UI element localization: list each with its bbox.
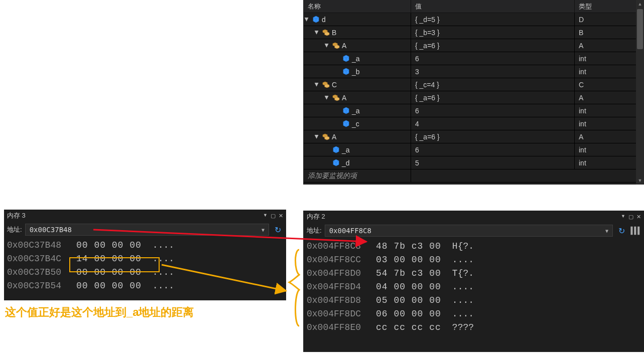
expander-icon[interactable]: ▶ xyxy=(314,29,321,36)
watch-row-name-cell[interactable]: ▶_b xyxy=(304,65,411,78)
watch-row[interactable]: ▶_a6int xyxy=(304,52,644,65)
watch-row-value[interactable]: { _a=6 } xyxy=(411,39,575,52)
memory3-address-input[interactable]: 0x00C37B48 ▼ xyxy=(25,224,269,236)
watch-row-name-cell[interactable]: ▶C xyxy=(304,78,411,91)
watch-row-value[interactable]: { _b=3 } xyxy=(411,26,575,39)
memory2-close-icon[interactable]: ✕ xyxy=(636,214,641,220)
watch-row-value[interactable]: 6 xyxy=(411,52,575,65)
watch-row[interactable]: ▶d{ _d=5 }D xyxy=(304,13,644,26)
watch-header-value[interactable]: 值 xyxy=(411,0,575,13)
watch-row-type: int xyxy=(575,104,644,117)
memory3-close-icon[interactable]: ✕ xyxy=(279,213,283,219)
annotation-text: 这个值正好是这个地址到_a地址的距离 xyxy=(5,305,194,320)
memory-row[interactable]: 0x004FF8E0cc cc cc cc???? xyxy=(307,321,641,334)
memory-row[interactable]: 0x00C37B5000 00 00 00.... xyxy=(7,266,283,279)
memory3-menu-icon[interactable]: ▼ xyxy=(263,213,268,218)
watch-row-value[interactable]: 6 xyxy=(411,143,575,156)
watch-row-type: A xyxy=(575,39,644,52)
watch-header-name[interactable]: 名称 xyxy=(304,0,411,13)
expander-icon[interactable]: ▶ xyxy=(314,81,321,88)
memory-row-bytes: 05 00 00 00 xyxy=(376,294,441,307)
watch-row-value[interactable]: 4 xyxy=(411,117,575,130)
chevron-down-icon[interactable]: ▼ xyxy=(605,228,608,234)
memory-row-address: 0x004FF8D8 xyxy=(307,294,365,307)
watch-row-name-cell[interactable]: ▶_a xyxy=(304,143,411,156)
memory-row-ascii: .... xyxy=(153,252,174,266)
watch-row-name-cell[interactable]: ▶A xyxy=(304,91,411,104)
memory2-menu-icon[interactable]: ▼ xyxy=(621,214,625,219)
watch-row-name-cell[interactable]: ▶A xyxy=(304,39,411,52)
base-class-icon xyxy=(322,29,330,37)
watch-row[interactable]: ▶_c4int xyxy=(304,117,644,130)
scroll-thumb[interactable] xyxy=(637,9,643,49)
watch-row-value[interactable]: { _a=6 } xyxy=(411,130,575,143)
expander-icon[interactable]: ▶ xyxy=(324,42,331,49)
memory-row-address: 0x00C37B4C xyxy=(7,252,65,266)
watch-row-name-cell[interactable]: ▶_a xyxy=(304,104,411,117)
watch-row-value[interactable]: { _c=4 } xyxy=(411,78,575,91)
expander-icon[interactable]: ▶ xyxy=(314,133,321,140)
memory-row-bytes: 06 00 00 00 xyxy=(376,307,441,321)
watch-header: 名称 值 类型 xyxy=(304,0,644,13)
watch-row-name-cell[interactable]: ▶A xyxy=(304,130,411,143)
memory2-refresh-icon[interactable]: ↻ xyxy=(616,225,627,236)
watch-row[interactable]: ▶_a6int xyxy=(304,143,644,156)
watch-row-type: int xyxy=(575,143,644,156)
memory-row[interactable]: 0x00C37B5400 00 00 00.... xyxy=(7,279,283,293)
memory-row[interactable]: 0x00C37B4800 00 00 00.... xyxy=(7,239,283,252)
watch-add-placeholder[interactable]: 添加要监视的项 xyxy=(304,169,411,183)
memory-row[interactable]: 0x004FF8DC06 00 00 00.... xyxy=(307,307,641,321)
watch-row-name-cell[interactable]: ▶_a xyxy=(304,52,411,65)
memory-row-ascii: .... xyxy=(153,239,174,252)
memory2-maximize-icon[interactable]: ▢ xyxy=(628,214,633,220)
scroll-down-icon[interactable]: ▼ xyxy=(636,176,644,185)
watch-row[interactable]: ▶C{ _c=4 }C xyxy=(304,78,644,91)
watch-row-name: _a xyxy=(352,55,360,63)
watch-row-name-cell[interactable]: ▶_c xyxy=(304,117,411,130)
memory-row[interactable]: 0x004FF8D404 00 00 00.... xyxy=(307,280,641,294)
watch-row-value[interactable]: { _d=5 } xyxy=(411,13,575,26)
expander-icon[interactable]: ▶ xyxy=(304,16,311,23)
memory-row[interactable]: 0x00C37B4C14 00 00 00.... xyxy=(7,252,283,266)
memory-row-address: 0x00C37B54 xyxy=(7,279,65,293)
variable-icon xyxy=(342,55,350,63)
memory-row[interactable]: 0x004FF8D054 7b c3 00T{?. xyxy=(307,267,641,280)
watch-row-value[interactable]: 6 xyxy=(411,104,575,117)
watch-row[interactable]: ▶_a6int xyxy=(304,104,644,117)
memory2-titlebar: 内存 2 ▼ ▢ ✕ xyxy=(304,211,644,223)
watch-row[interactable]: ▶_d5int xyxy=(304,156,644,169)
memory-row-bytes: 00 00 00 00 xyxy=(76,239,142,252)
memory2-columns-icon[interactable] xyxy=(630,225,641,236)
watch-row-name: A xyxy=(342,94,346,102)
watch-row-name-cell[interactable]: ▶B xyxy=(304,26,411,39)
memory-row[interactable]: 0x004FF8C848 7b c3 00H{?. xyxy=(307,240,641,253)
watch-row[interactable]: ▶_b3int xyxy=(304,65,644,78)
memory3-maximize-icon[interactable]: ▢ xyxy=(271,213,276,219)
watch-scrollbar[interactable]: ▲ ▼ xyxy=(636,0,644,185)
watch-row-type: D xyxy=(575,13,644,26)
memory-row[interactable]: 0x004FF8CC03 00 00 00.... xyxy=(307,253,641,267)
watch-row-value[interactable]: 5 xyxy=(411,156,575,169)
watch-header-type[interactable]: 类型 xyxy=(575,0,644,13)
memory-row-address: 0x00C37B48 xyxy=(7,239,65,252)
watch-row[interactable]: ▶A{ _a=6 }A xyxy=(304,130,644,143)
watch-row-name-cell[interactable]: ▶_d xyxy=(304,156,411,169)
memory3-refresh-icon[interactable]: ↻ xyxy=(272,224,283,235)
chevron-down-icon[interactable]: ▼ xyxy=(262,227,265,233)
memory2-address-input[interactable]: 0x004FF8C8 ▼ xyxy=(325,225,613,237)
memory-row-address: 0x004FF8DC xyxy=(307,307,365,321)
watch-add-row[interactable]: 添加要监视的项 xyxy=(304,169,644,183)
watch-row[interactable]: ▶A{ _a=6 }A xyxy=(304,91,644,104)
memory-row-address: 0x004FF8E0 xyxy=(307,321,365,334)
watch-row-name: A xyxy=(342,42,346,50)
watch-row-value[interactable]: 3 xyxy=(411,65,575,78)
memory-row[interactable]: 0x004FF8D805 00 00 00.... xyxy=(307,294,641,307)
watch-row-name-cell[interactable]: ▶d xyxy=(304,13,411,26)
memory3-rows: 0x00C37B4800 00 00 00....0x00C37B4C14 00… xyxy=(4,238,286,294)
expander-icon[interactable]: ▶ xyxy=(324,94,331,101)
scroll-up-icon[interactable]: ▲ xyxy=(636,0,644,8)
watch-row[interactable]: ▶A{ _a=6 }A xyxy=(304,39,644,52)
watch-row-type: int xyxy=(575,156,644,169)
watch-row-value[interactable]: { _a=6 } xyxy=(411,91,575,104)
watch-row[interactable]: ▶B{ _b=3 }B xyxy=(304,26,644,39)
